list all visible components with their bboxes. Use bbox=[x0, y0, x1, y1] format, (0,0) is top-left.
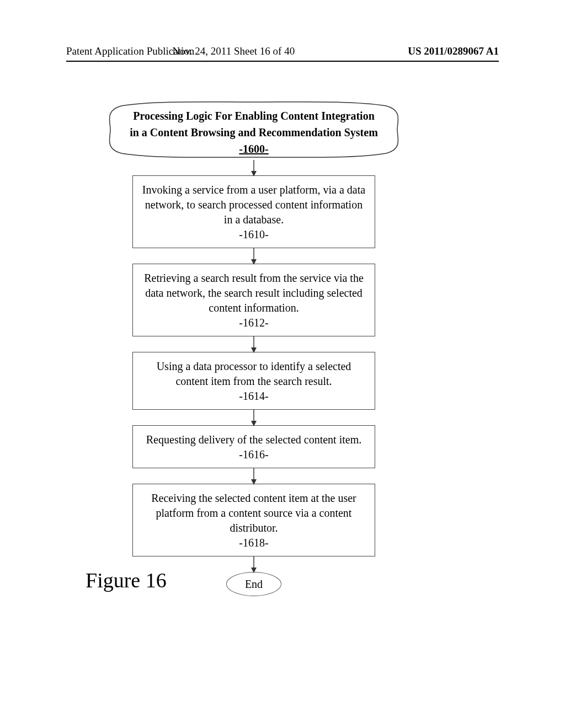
svg-marker-5 bbox=[251, 347, 257, 353]
svg-marker-1 bbox=[251, 171, 257, 176]
flowchart-title-number: -1600- bbox=[99, 141, 408, 157]
header-publication-number: US 2011/0289067 A1 bbox=[408, 45, 499, 57]
svg-marker-7 bbox=[251, 421, 257, 426]
svg-marker-3 bbox=[251, 259, 257, 265]
step-text: Using a data processor to identify a sel… bbox=[157, 360, 351, 387]
step-text: Retrieving a search result from the serv… bbox=[144, 272, 364, 314]
arrow-icon bbox=[132, 410, 375, 425]
svg-marker-11 bbox=[251, 568, 257, 573]
flowchart-step: Requesting delivery of the selected cont… bbox=[132, 425, 375, 468]
flowchart-step: Invoking a service from a user platform,… bbox=[132, 175, 375, 248]
header-divider bbox=[66, 61, 499, 62]
step-number: -1618- bbox=[141, 536, 367, 550]
step-number: -1616- bbox=[141, 447, 367, 462]
figure-label: Figure 16 bbox=[86, 568, 167, 592]
page-header: Patent Application Publication Nov. 24, … bbox=[0, 45, 565, 57]
arrow-icon bbox=[132, 336, 375, 352]
flowchart-step: Receiving the selected content item at t… bbox=[132, 484, 375, 556]
flowchart: Processing Logic For Enabling Content In… bbox=[99, 99, 408, 596]
step-number: -1614- bbox=[141, 389, 367, 404]
flowchart-step: Using a data processor to identify a sel… bbox=[132, 352, 375, 410]
flowchart-step: Retrieving a search result from the serv… bbox=[132, 264, 375, 336]
svg-marker-9 bbox=[251, 479, 257, 485]
arrow-icon bbox=[132, 160, 375, 175]
arrow-icon bbox=[132, 556, 375, 572]
end-label: End bbox=[245, 578, 263, 591]
step-number: -1610- bbox=[141, 227, 367, 242]
flowchart-title-bubble: Processing Logic For Enabling Content In… bbox=[99, 99, 408, 160]
step-text: Invoking a service from a user platform,… bbox=[142, 184, 365, 226]
step-text: Receiving the selected content item at t… bbox=[151, 492, 356, 534]
step-text: Requesting delivery of the selected cont… bbox=[146, 433, 361, 446]
flowchart-steps: Invoking a service from a user platform,… bbox=[99, 160, 408, 596]
flowchart-title-line2: in a Content Browsing and Recommendation… bbox=[99, 124, 408, 141]
header-date-sheet: Nov. 24, 2011 Sheet 16 of 40 bbox=[172, 45, 295, 57]
flowchart-title-line1: Processing Logic For Enabling Content In… bbox=[99, 108, 408, 124]
step-number: -1612- bbox=[141, 315, 367, 330]
flowchart-end: End bbox=[226, 572, 281, 596]
arrow-icon bbox=[132, 248, 375, 264]
arrow-icon bbox=[132, 468, 375, 484]
